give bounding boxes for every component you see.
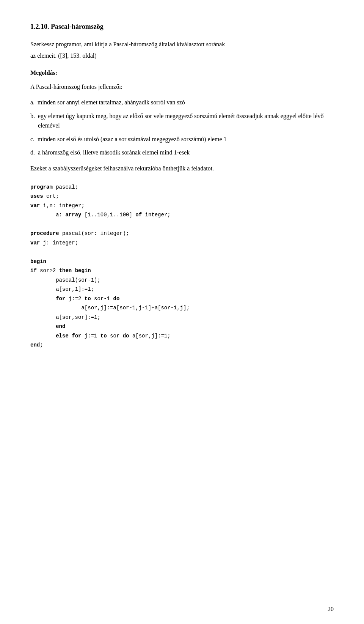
code-line-2: uses crt; — [30, 192, 334, 201]
code-line-6: var j: integer; — [30, 238, 334, 248]
list-item: c. minden sor első és utolsó (azaz a sor… — [30, 134, 334, 144]
feature-text-b: egy elemet úgy kapunk meg, hogy az előző… — [38, 113, 324, 129]
code-line-3: var i,n: integer; — [30, 201, 334, 211]
solution-heading: Megoldás: — [30, 69, 334, 76]
feature-letter-a: a. — [30, 99, 38, 106]
code-line-7: begin — [30, 257, 334, 266]
code-line-4: a: array [1..100,1..100] of integer; — [30, 210, 334, 220]
feature-letter-b: b. — [30, 113, 38, 119]
page: 1.2.10. Pascal-háromszög Szerkessz progr… — [0, 0, 364, 624]
code-line-9: pascal(sor-1); — [30, 276, 334, 285]
code-line-12: a[sor,j]:=a[sor-1,j-1]+a[sor-1,j]; — [30, 303, 334, 313]
code-line-15: else for j:=1 to sor do a[sor,j]:=1; — [30, 331, 334, 341]
intro-line1: Szerkessz programot, ami kiírja a Pascal… — [30, 40, 334, 49]
code-line-8: if sor>2 then begin — [30, 266, 334, 276]
page-number: 20 — [328, 606, 334, 613]
feature-text-d: a háromszög első, illetve második sorána… — [38, 149, 190, 156]
code-line-13: a[sor,sor]:=1; — [30, 313, 334, 322]
list-item: b. egy elemet úgy kapunk meg, hogy az el… — [30, 111, 334, 131]
code-line-16: end; — [30, 340, 334, 350]
feature-list: a. minden sor annyi elemet tartalmaz, ah… — [30, 98, 334, 158]
code-line-10: a[sor,1]:=1; — [30, 285, 334, 294]
code-area: program pascal; uses crt; var i,n: integ… — [30, 183, 334, 350]
list-item: a. minden sor annyi elemet tartalmaz, ah… — [30, 98, 334, 107]
feature-text-c: minden sor első és utolsó (azaz a sor sz… — [38, 136, 226, 142]
code-line-11: for j:=2 to sor-1 do — [30, 294, 334, 304]
code-line-1: program pascal; — [30, 183, 334, 192]
feature-letter-d: d. — [30, 149, 38, 156]
section-title: 1.2.10. Pascal-háromszög — [30, 23, 334, 31]
code-line-blank1 — [30, 220, 334, 229]
code-line-blank2 — [30, 247, 334, 257]
code-line-14: end — [30, 322, 334, 331]
intro-line2: az elemeit. ([3], 153. oldal) — [30, 51, 334, 60]
feature-text-a: minden sor annyi elemet tartalmaz, ahány… — [38, 99, 185, 106]
feature-letter-c: c. — [30, 136, 38, 142]
list-item: d. a háromszög első, illetve második sor… — [30, 148, 334, 158]
code-line-5: procedure pascal(sor: integer); — [30, 229, 334, 238]
solution-label: A Pascal-háromszög fontos jellemzői: — [30, 82, 334, 91]
closing-text: Ezeket a szabályszerűségeket felhasználv… — [30, 164, 334, 173]
